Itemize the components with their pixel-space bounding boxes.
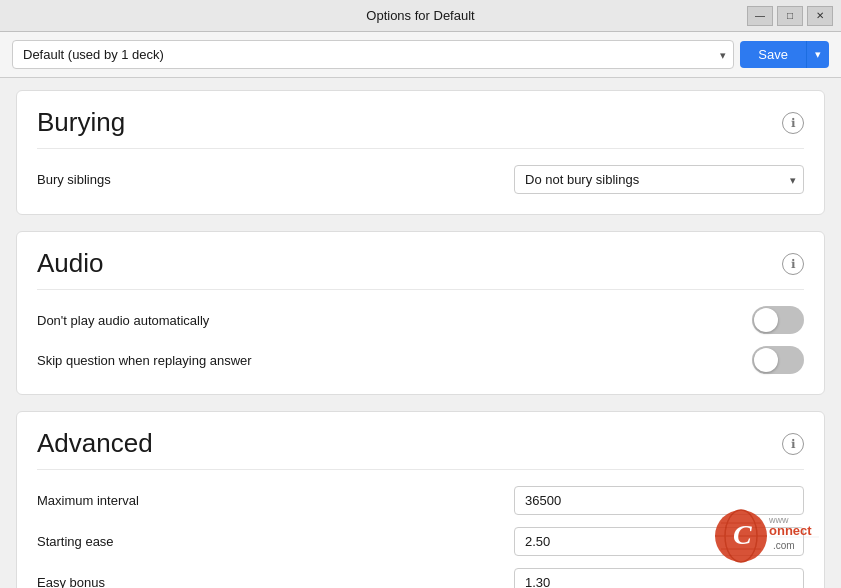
burying-header: Burying ℹ xyxy=(37,107,804,149)
starting-ease-input[interactable] xyxy=(514,527,804,556)
advanced-section: Advanced ℹ Maximum interval Starting eas… xyxy=(16,411,825,588)
close-button[interactable]: ✕ xyxy=(807,6,833,26)
bury-siblings-row: Bury siblings Do not bury siblings Bury … xyxy=(37,165,804,194)
skip-question-toggle[interactable] xyxy=(752,346,804,374)
easy-bonus-row: Easy bonus xyxy=(37,568,804,588)
burying-title: Burying xyxy=(37,107,125,138)
save-dropdown-button[interactable]: ▾ xyxy=(806,41,829,68)
dont-play-auto-toggle[interactable] xyxy=(752,306,804,334)
starting-ease-row: Starting ease xyxy=(37,527,804,556)
save-button[interactable]: Save xyxy=(740,41,806,68)
skip-question-label: Skip question when replaying answer xyxy=(37,353,252,368)
advanced-title: Advanced xyxy=(37,428,153,459)
burying-info-icon[interactable]: ℹ xyxy=(782,112,804,134)
maximize-button[interactable]: □ xyxy=(777,6,803,26)
dont-play-auto-toggle-thumb xyxy=(754,308,778,332)
window-title: Options for Default xyxy=(366,8,474,23)
deck-select[interactable]: Default (used by 1 deck) xyxy=(12,40,734,69)
deck-select-wrapper: Default (used by 1 deck) ▾ xyxy=(12,40,734,69)
maximum-interval-row: Maximum interval xyxy=(37,486,804,515)
skip-question-toggle-thumb xyxy=(754,348,778,372)
bury-siblings-select[interactable]: Do not bury siblings Bury new siblings B… xyxy=(514,165,804,194)
audio-section: Audio ℹ Don't play audio automatically S… xyxy=(16,231,825,395)
minimize-button[interactable]: — xyxy=(747,6,773,26)
advanced-header: Advanced ℹ xyxy=(37,428,804,470)
advanced-info-icon[interactable]: ℹ xyxy=(782,433,804,455)
burying-section: Burying ℹ Bury siblings Do not bury sibl… xyxy=(16,90,825,215)
maximum-interval-label: Maximum interval xyxy=(37,493,139,508)
dont-play-auto-label: Don't play audio automatically xyxy=(37,313,209,328)
audio-title: Audio xyxy=(37,248,104,279)
easy-bonus-input[interactable] xyxy=(514,568,804,588)
audio-header: Audio ℹ xyxy=(37,248,804,290)
sections-container: Burying ℹ Bury siblings Do not bury sibl… xyxy=(0,78,841,588)
starting-ease-label: Starting ease xyxy=(37,534,114,549)
main-content: Default (used by 1 deck) ▾ Save ▾ Buryin… xyxy=(0,32,841,588)
easy-bonus-label: Easy bonus xyxy=(37,575,105,588)
dont-play-auto-row: Don't play audio automatically xyxy=(37,306,804,334)
maximum-interval-input[interactable] xyxy=(514,486,804,515)
title-bar: Options for Default — □ ✕ xyxy=(0,0,841,32)
skip-question-row: Skip question when replaying answer xyxy=(37,346,804,374)
toolbar: Default (used by 1 deck) ▾ Save ▾ xyxy=(0,32,841,78)
save-btn-group: Save ▾ xyxy=(740,41,829,68)
window-controls: — □ ✕ xyxy=(747,6,833,26)
bury-siblings-select-wrapper: Do not bury siblings Bury new siblings B… xyxy=(514,165,804,194)
audio-info-icon[interactable]: ℹ xyxy=(782,253,804,275)
bury-siblings-label: Bury siblings xyxy=(37,172,111,187)
